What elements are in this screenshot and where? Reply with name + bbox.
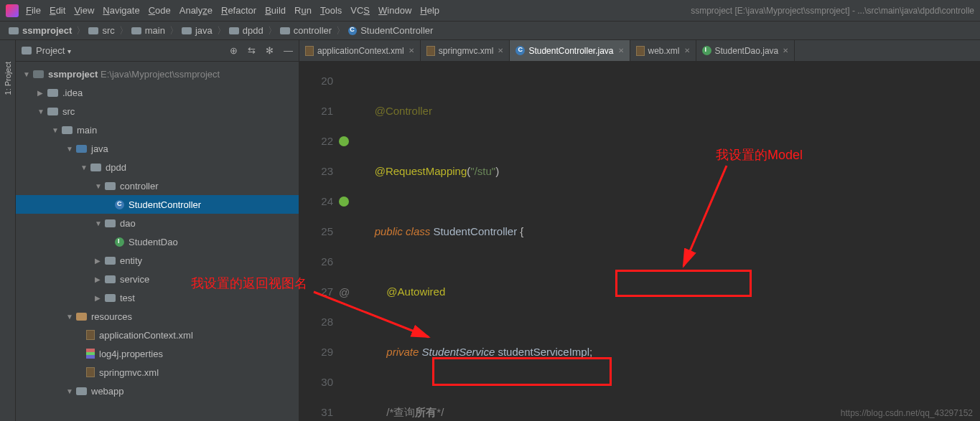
menu-navigate[interactable]: Navigate (103, 5, 139, 16)
menu-build[interactable]: Build (265, 5, 286, 16)
project-panel: Project ⊕ ⇆ ✻ — ▼ssmproject E:\java\Mypr… (16, 40, 299, 421)
menu-tools[interactable]: Tools (320, 5, 342, 16)
close-icon[interactable]: ✕ (498, 47, 503, 55)
app-logo-icon (6, 4, 19, 17)
close-icon[interactable]: ✕ (783, 47, 788, 55)
spring-bean-icon[interactable] (339, 197, 349, 207)
close-icon[interactable]: ✕ (618, 47, 624, 55)
project-panel-header: Project ⊕ ⇆ ✻ — (16, 40, 299, 62)
tree-springmvc[interactable]: springmvc.xml (16, 363, 299, 382)
menu-edit[interactable]: Edit (50, 5, 65, 16)
menu-vcs[interactable]: VCS (350, 5, 370, 16)
bc-root[interactable]: ssmproject (9, 25, 72, 36)
menu-view[interactable]: View (74, 5, 94, 16)
project-view-dropdown[interactable]: Project (36, 45, 71, 56)
tree-src[interactable]: ▼src (16, 102, 299, 120)
locate-icon[interactable]: ⊕ (230, 45, 238, 56)
tree-student-controller[interactable]: StudentController (16, 195, 299, 214)
tree-test[interactable]: ▶test (16, 288, 299, 307)
menu-refactor[interactable]: Refactor (221, 5, 256, 16)
code-area[interactable]: 202122232425262728293031 @ @Controller @… (299, 62, 980, 421)
code-content[interactable]: @Controller @RequestMapping("/stu") publ… (357, 62, 980, 421)
menu-help[interactable]: Help (420, 5, 439, 16)
editor: applicationContext.xml✕ springmvc.xml✕ S… (299, 40, 980, 421)
bc-main[interactable]: main (131, 25, 165, 36)
folder-icon (22, 47, 32, 55)
tab-studentdao[interactable]: StudentDao.java✕ (696, 40, 795, 61)
tree-service[interactable]: ▶service (16, 270, 299, 288)
bc-class[interactable]: StudentController (348, 25, 433, 36)
tab-studentcontroller[interactable]: StudentController.java✕ (510, 40, 630, 61)
tree-resources[interactable]: ▼resources (16, 307, 299, 326)
mapping-icon[interactable]: @ (339, 286, 350, 298)
gutter-icons: @ (339, 62, 357, 421)
hide-icon[interactable]: — (284, 45, 293, 56)
line-numbers: 202122232425262728293031 (299, 62, 339, 421)
tab-springmvc[interactable]: springmvc.xml✕ (421, 40, 510, 61)
tree-entity[interactable]: ▶entity (16, 251, 299, 270)
tree-appctx[interactable]: applicationContext.xml (16, 326, 299, 344)
expand-icon[interactable]: ⇆ (248, 45, 256, 56)
editor-tabs: applicationContext.xml✕ springmvc.xml✕ S… (299, 40, 980, 62)
tree-java[interactable]: ▼java (16, 139, 299, 158)
window-title: ssmproject [E:\java\Myproject\ssmproject… (691, 6, 974, 16)
menu-run[interactable]: Run (294, 5, 312, 16)
tree-dpdd[interactable]: ▼dpdd (16, 158, 299, 176)
close-icon[interactable]: ✕ (409, 47, 414, 55)
bc-dpdd[interactable]: dpdd (229, 25, 263, 36)
tree-log4j[interactable]: log4j.properties (16, 344, 299, 363)
menu-file[interactable]: File (26, 5, 41, 16)
tab-appctx[interactable]: applicationContext.xml✕ (299, 40, 421, 61)
tree-main[interactable]: ▼main (16, 120, 299, 139)
menu-window[interactable]: Window (378, 5, 411, 16)
project-tree[interactable]: ▼ssmproject E:\java\Myproject\ssmproject… (16, 62, 299, 421)
menu-code[interactable]: Code (149, 5, 171, 16)
bc-controller[interactable]: controller (280, 25, 332, 36)
bc-src[interactable]: src (88, 25, 114, 36)
tab-webxml[interactable]: web.xml✕ (630, 40, 696, 61)
spring-bean-icon[interactable] (339, 136, 349, 146)
tree-student-dao[interactable]: StudentDao (16, 232, 299, 251)
tree-dao[interactable]: ▼dao (16, 214, 299, 232)
breadcrumbs: ssmproject〉 src〉 main〉 java〉 dpdd〉 contr… (0, 22, 980, 40)
tree-root[interactable]: ▼ssmproject E:\java\Myproject\ssmproject (16, 65, 299, 83)
tool-window-tab[interactable]: 1: Project (0, 40, 16, 421)
menu-analyze[interactable]: Analyze (179, 5, 213, 16)
bc-java[interactable]: java (182, 25, 213, 36)
close-icon[interactable]: ✕ (684, 47, 690, 55)
tree-controller[interactable]: ▼controller (16, 176, 299, 195)
watermark: https://blog.csdn.net/qq_43297152 (841, 408, 973, 418)
settings-icon[interactable]: ✻ (266, 45, 274, 56)
menubar: File Edit View Navigate Code Analyze Ref… (0, 0, 980, 22)
tree-idea[interactable]: ▶.idea (16, 83, 299, 102)
tree-webapp[interactable]: ▼webapp (16, 382, 299, 400)
